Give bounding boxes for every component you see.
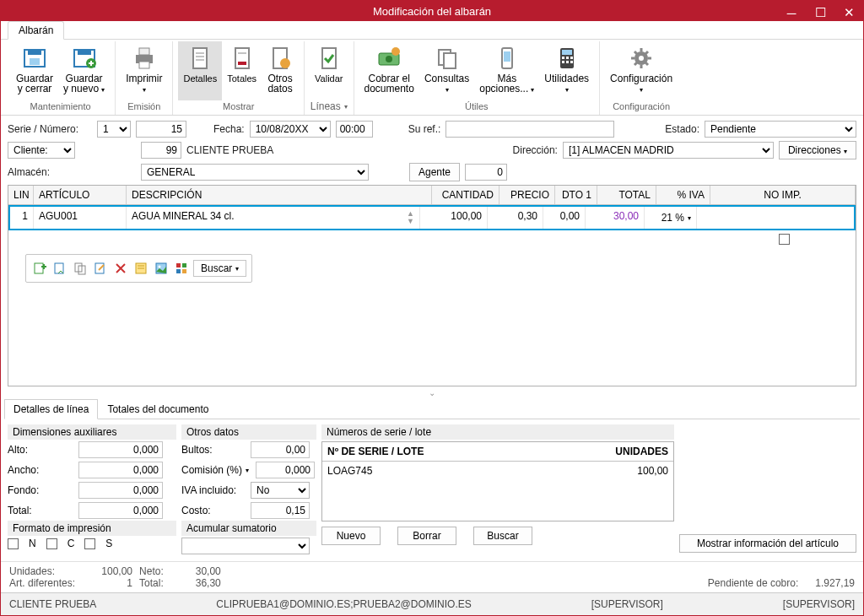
collapse-handle[interactable]: ⌄	[1, 386, 863, 399]
details-button[interactable]: Detalles	[178, 41, 222, 100]
printer-icon	[131, 45, 158, 72]
print-label: Imprimir▾	[126, 73, 162, 95]
group-label-mostrar: Mostrar	[223, 101, 254, 115]
serie-select[interactable]: 1	[97, 121, 131, 138]
more-options-button[interactable]: Másopciones... ▾	[474, 41, 539, 100]
alto-input[interactable]	[78, 441, 163, 458]
titlebar: Modificación del albarán ─ ☐ ✕	[1, 1, 863, 21]
serial-header: Números de serie / lote	[321, 424, 674, 440]
dtotal-input[interactable]	[78, 502, 163, 519]
copy-line-icon[interactable]	[72, 260, 89, 277]
cell-iva[interactable]: 21 %▾	[645, 207, 697, 229]
col-dto[interactable]: DTO 1	[555, 186, 597, 204]
insert-line-icon[interactable]	[51, 260, 68, 277]
cliente-name: CLIENTE PRUEBA	[186, 144, 273, 156]
grid-row[interactable]: 1 AGU001 AGUA MINERAL 34 cl.▲▼ 100,00 0,…	[8, 205, 856, 230]
totals-button[interactable]: Totales	[222, 41, 262, 100]
tab-line-details[interactable]: Detalles de línea	[4, 399, 98, 419]
maximize-button[interactable]: ☐	[806, 1, 834, 24]
save-close-button[interactable]: Guardary cerrar	[11, 41, 58, 100]
form-area: Serie / Número: 1 Fecha: 10/08/20XX Su r…	[1, 116, 863, 185]
validate-button[interactable]: Validar	[310, 41, 348, 100]
ancho-input[interactable]	[78, 462, 163, 478]
other-data-icon	[267, 45, 294, 72]
group-label-mantenimiento: Mantenimiento	[30, 101, 90, 115]
unidades-lbl: Unidades:	[9, 565, 55, 577]
estado-label: Estado:	[665, 123, 699, 135]
col-desc[interactable]: DESCRIPCIÓN	[127, 186, 432, 204]
direcciones-button[interactable]: Direcciones ▾	[779, 141, 856, 159]
estado-select[interactable]: Pendiente	[705, 121, 856, 138]
svg-point-21	[392, 47, 400, 56]
svg-rect-29	[566, 57, 569, 59]
search-lines-button[interactable]: Buscar▾	[193, 260, 246, 277]
borrar-button[interactable]: Borrar	[397, 527, 456, 545]
ribbon-group-emision: Imprimir▾ Emisión	[116, 41, 173, 115]
edit-line-icon[interactable]	[92, 260, 109, 277]
notes-icon[interactable]	[132, 260, 149, 277]
almacen-select[interactable]: GENERAL	[141, 164, 369, 181]
save-new-button[interactable]: Guardary nuevo ▾	[58, 41, 110, 100]
group-label-emision: Emisión	[127, 101, 160, 115]
col-cantidad[interactable]: CANTIDAD	[432, 186, 500, 204]
serial-col2[interactable]: UNIDADES	[580, 442, 673, 461]
other-data-button[interactable]: Otrosdatos	[262, 41, 299, 100]
noimp-checkbox[interactable]	[779, 234, 790, 245]
ivainc-label: IVA incluido:	[181, 484, 247, 496]
gear-icon	[628, 45, 655, 72]
totals-label: Totales	[227, 73, 256, 84]
fecha-input[interactable]: 10/08/20XX	[250, 121, 331, 138]
col-iva[interactable]: % IVA	[656, 186, 710, 204]
tab-albaran[interactable]: Albarán	[8, 21, 64, 40]
charge-doc-button[interactable]: Cobrar eldocumento	[359, 41, 419, 100]
col-noimp[interactable]: NO IMP.	[710, 186, 856, 204]
direccion-select[interactable]: [1] ALMACEN MADRID	[563, 142, 774, 159]
grid-header: LIN ARTÍCULO DESCRIPCIÓN CANTIDAD PRECIO…	[8, 186, 856, 205]
document-icon	[186, 45, 213, 72]
print-button[interactable]: Imprimir▾	[121, 41, 167, 100]
cliente-code-input[interactable]	[141, 142, 181, 159]
bultos-input[interactable]	[251, 441, 310, 458]
numero-input[interactable]	[136, 121, 186, 138]
image-icon[interactable]	[153, 260, 170, 277]
agente-input[interactable]	[465, 164, 507, 181]
hora-input[interactable]	[336, 121, 373, 138]
dim-header: Dimensiones auxiliares	[8, 424, 176, 440]
serial-row[interactable]: LOAG745 100,00	[322, 462, 673, 480]
color-icon[interactable]	[173, 260, 190, 277]
nuevo-button[interactable]: Nuevo	[321, 527, 381, 545]
fmt-c-label: C	[68, 538, 75, 549]
cell-desc: AGUA MINERAL 34 cl.▲▼	[127, 207, 420, 229]
costo-input[interactable]	[251, 502, 310, 519]
suref-input[interactable]	[446, 121, 614, 138]
buscar-serial-button[interactable]: Buscar	[473, 527, 532, 545]
queries-button[interactable]: Consultas▾	[419, 41, 474, 100]
svg-rect-25	[504, 51, 510, 62]
svg-rect-30	[570, 57, 573, 59]
tab-doc-totals[interactable]: Totales del documento	[98, 399, 218, 419]
fmt-n-check[interactable]	[8, 538, 19, 549]
fmt-s-check[interactable]	[84, 538, 95, 549]
fondo-input[interactable]	[78, 482, 163, 499]
col-precio[interactable]: PRECIO	[500, 186, 555, 204]
col-articulo[interactable]: ARTÍCULO	[34, 186, 127, 204]
close-button[interactable]: ✕	[834, 1, 863, 24]
add-line-icon[interactable]	[31, 260, 48, 277]
minimize-button[interactable]: ─	[777, 1, 806, 24]
ribbon-group-lineas: Validar Líneas ▾	[305, 41, 354, 115]
col-lin[interactable]: LIN	[8, 186, 34, 204]
col-total[interactable]: TOTAL	[597, 186, 656, 204]
comision-input[interactable]	[256, 462, 315, 478]
fmt-c-check[interactable]	[46, 538, 57, 549]
delete-line-icon[interactable]	[112, 260, 129, 277]
acumular-select[interactable]	[181, 538, 310, 554]
show-article-info-button[interactable]: Mostrar información del artículo	[679, 534, 856, 553]
serial-col1[interactable]: Nº DE SERIE / LOTE	[322, 442, 580, 461]
utilities-button[interactable]: Utilidades▾	[539, 41, 594, 100]
ivainc-select[interactable]: No	[251, 482, 310, 499]
svg-rect-32	[566, 61, 569, 63]
window-buttons: ─ ☐ ✕	[777, 1, 863, 24]
agente-button[interactable]: Agente	[409, 163, 460, 181]
cliente-type-select[interactable]: Cliente:	[8, 142, 75, 159]
config-button[interactable]: Configuración▾	[605, 41, 678, 100]
